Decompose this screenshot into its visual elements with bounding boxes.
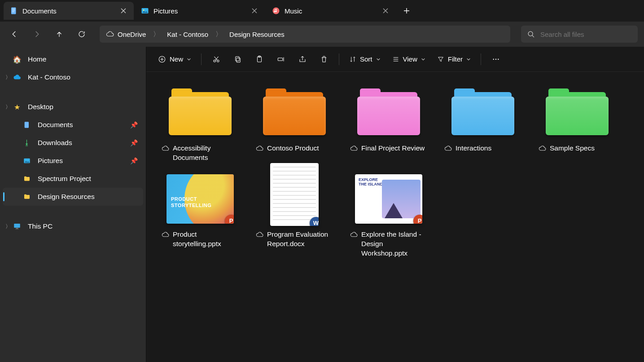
folder-tile[interactable]: Interactions: [438, 85, 528, 165]
item-name: Accessibility Documents: [173, 144, 239, 163]
pin-icon[interactable]: 📌: [130, 139, 138, 146]
cut-button[interactable]: [207, 51, 226, 68]
more-button[interactable]: [486, 51, 505, 68]
up-button[interactable]: [51, 26, 67, 42]
back-button[interactable]: [6, 26, 22, 42]
new-tab-button[interactable]: [399, 3, 415, 19]
close-icon[interactable]: [380, 5, 391, 17]
paste-button[interactable]: [250, 51, 269, 68]
pin-icon[interactable]: 📌: [130, 157, 138, 164]
chevron-right-icon[interactable]: 〉: [4, 223, 13, 230]
svg-point-5: [143, 9, 145, 11]
svg-rect-3: [12, 12, 14, 12]
folder-icon: [449, 88, 517, 137]
svg-rect-0: [11, 8, 16, 14]
folder-icon: [261, 88, 328, 137]
view-label: View: [403, 55, 417, 63]
sidebar-item-label: This PC: [28, 222, 53, 230]
file-tile[interactable]: WProgram Evaluation Report.docx: [250, 172, 339, 261]
breadcrumb-current[interactable]: Design Resources: [228, 31, 286, 38]
sort-button[interactable]: Sort: [345, 51, 385, 68]
music-icon: [272, 7, 280, 15]
cloud-icon: [162, 145, 169, 152]
sidebar-item-label: Spectrum Project: [38, 175, 91, 183]
item-name: Program Evaluation Report.docx: [267, 230, 333, 249]
sidebar-item-label: Documents: [38, 121, 73, 129]
documents-icon: [22, 121, 31, 128]
filter-button[interactable]: Filter: [433, 51, 475, 68]
item-name: Product storytelling.pptx: [173, 230, 239, 249]
sidebar-item-home[interactable]: 🏠 Home: [3, 50, 143, 68]
close-icon[interactable]: [118, 5, 129, 17]
sidebar-item-documents[interactable]: Documents 📌: [3, 116, 143, 134]
cloud-icon: [444, 145, 452, 152]
item-name: Sample Specs: [550, 144, 595, 153]
sidebar-item-label: Home: [28, 55, 46, 63]
file-grid[interactable]: Accessibility DocumentsContoso ProductFi…: [146, 72, 644, 362]
chevron-right-icon[interactable]: 〉: [4, 74, 13, 81]
sidebar-item-onedrive[interactable]: 〉 Kat - Contoso: [3, 68, 143, 86]
sidebar-item-this-pc[interactable]: 〉 This PC: [3, 217, 143, 235]
svg-point-22: [495, 58, 496, 59]
cloud-icon: [256, 145, 263, 152]
separator: [339, 53, 339, 65]
svg-rect-8: [25, 122, 29, 128]
address-bar[interactable]: OneDrive 〉 Kat - Contoso 〉 Design Resour…: [100, 26, 510, 43]
forward-button[interactable]: [29, 26, 45, 42]
folder-tile[interactable]: Final Project Review: [344, 85, 434, 165]
filter-label: Filter: [448, 55, 463, 63]
chevron-right-icon[interactable]: 〉: [4, 103, 13, 111]
rename-button[interactable]: [272, 51, 290, 68]
chevron-down-icon: [421, 57, 425, 62]
tabs-row: Documents Pictures Music: [0, 0, 644, 22]
svg-point-23: [498, 58, 499, 59]
pictures-icon: [22, 157, 31, 164]
cloud-icon: [350, 231, 358, 238]
copy-button[interactable]: [228, 51, 247, 68]
onedrive-icon: [13, 73, 22, 81]
tab-pictures[interactable]: Pictures: [135, 2, 265, 20]
tab-music[interactable]: Music: [266, 2, 396, 20]
sidebar-item-pictures[interactable]: Pictures 📌: [3, 152, 143, 170]
cloud-icon: [539, 145, 546, 152]
delete-button[interactable]: [315, 51, 333, 68]
folder-tile[interactable]: Accessibility Documents: [155, 85, 245, 165]
folder-icon: [22, 175, 31, 182]
file-tile[interactable]: PRODUCTSTORYTELLINGPProduct storytelling…: [155, 172, 245, 261]
cloud-icon: [256, 231, 263, 238]
tab-label: Pictures: [153, 7, 244, 15]
file-tile[interactable]: EXPLORETHE ISLANDPExplore the Island - D…: [344, 172, 434, 261]
folder-tile[interactable]: Sample Specs: [532, 85, 622, 165]
sidebar-item-label: Downloads: [38, 139, 72, 147]
svg-rect-1: [12, 9, 15, 9]
sidebar-item-design-resources[interactable]: Design Resources: [3, 188, 143, 206]
separator: [201, 53, 202, 65]
pin-icon[interactable]: 📌: [130, 121, 138, 128]
svg-rect-20: [278, 58, 283, 61]
svg-point-21: [493, 58, 494, 59]
view-button[interactable]: View: [388, 51, 430, 68]
tab-label: Music: [285, 7, 375, 15]
tab-documents[interactable]: Documents: [4, 2, 134, 20]
svg-rect-11: [16, 228, 18, 229]
sidebar-item-label: Kat - Contoso: [28, 73, 70, 81]
content-area: New Sort: [146, 47, 644, 362]
close-icon[interactable]: [249, 5, 260, 17]
pictures-icon: [141, 7, 149, 15]
breadcrumb-root[interactable]: OneDrive: [116, 31, 148, 38]
svg-rect-16: [237, 58, 240, 62]
item-name: Final Project Review: [361, 144, 425, 153]
navigation-row: OneDrive 〉 Kat - Contoso 〉 Design Resour…: [0, 22, 644, 47]
refresh-button[interactable]: [74, 26, 90, 42]
search-input[interactable]: [540, 31, 631, 38]
search-box[interactable]: [521, 26, 638, 43]
sidebar-item-downloads[interactable]: ⭳ Downloads 📌: [3, 134, 143, 152]
sidebar-item-spectrum-project[interactable]: Spectrum Project: [3, 170, 143, 188]
folder-icon: [355, 88, 422, 137]
folder-tile[interactable]: Contoso Product: [250, 85, 339, 165]
new-button[interactable]: New: [153, 51, 196, 68]
search-icon: [527, 31, 535, 38]
breadcrumb-item[interactable]: Kat - Contoso: [165, 31, 210, 38]
sidebar-item-desktop[interactable]: 〉 ★ Desktop: [3, 98, 143, 116]
share-button[interactable]: [293, 51, 312, 68]
